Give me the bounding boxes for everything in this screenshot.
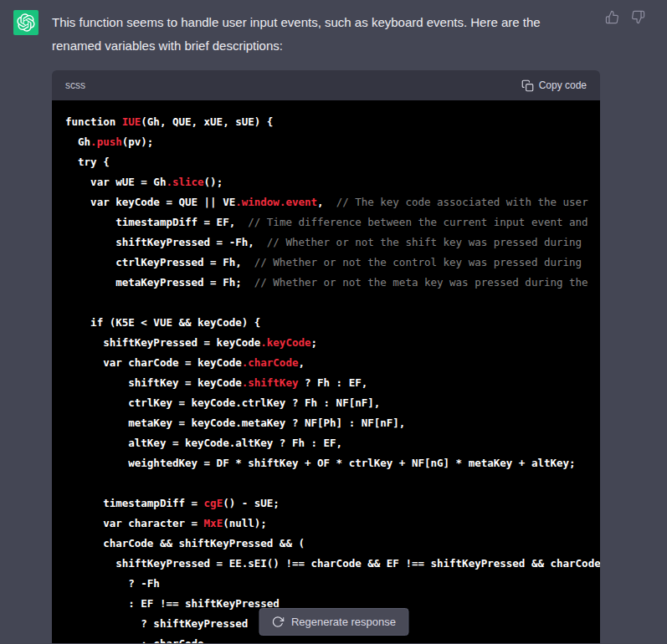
thumbs-up-button[interactable] xyxy=(605,10,619,24)
code-line: shiftKey = keyCode.shiftKey ? Fh : EF, xyxy=(65,373,587,393)
code-line: var wUE = Gh.slice(); xyxy=(65,172,587,192)
code-line: metaKey = keyCode.metaKey ? NF[Ph] : NF[… xyxy=(65,413,587,433)
assistant-message-content: This function seems to handle user input… xyxy=(52,10,600,643)
code-block-header: scss Copy code xyxy=(52,70,600,100)
code-line: metaKeyPressed = Fh; // Whether or not t… xyxy=(65,273,587,293)
code-line: ? -Fh xyxy=(65,574,587,594)
assistant-message-text: This function seems to handle user input… xyxy=(52,11,600,58)
code-line: shiftKeyPressed = EE.sEI() !== charCode … xyxy=(65,554,587,574)
assistant-message-row: This function seems to handle user input… xyxy=(0,0,667,644)
code-language-label: scss xyxy=(65,79,85,91)
feedback-controls xyxy=(605,10,645,24)
code-line: charCode && shiftKeyPressed && ( xyxy=(65,534,587,554)
code-line: try { xyxy=(65,152,587,172)
message-line: This function seems to handle user input… xyxy=(52,11,600,34)
openai-logo-icon xyxy=(17,13,35,32)
thumbs-down-button[interactable] xyxy=(631,10,645,24)
code-line: var charCode = keyCode.charCode, xyxy=(65,353,587,373)
code-line: if (K5E < VUE && keyCode) { xyxy=(65,313,587,333)
code-line: ctrlKeyPressed = Fh, // Whether or not t… xyxy=(65,253,587,273)
code-line: timestampDiff = EF, // Time difference b… xyxy=(65,212,587,233)
code-line: function IUE(Gh, QUE, xUE, sUE) { xyxy=(65,112,587,132)
message-line: renamed variables with brief description… xyxy=(52,34,600,58)
copy-code-button[interactable]: Copy code xyxy=(521,79,587,92)
code-line: Gh.push(pv); xyxy=(65,132,587,152)
code-line: weightedKey = DF * shiftKey + OF * ctrlK… xyxy=(65,453,587,473)
code-line: var keyCode = QUE || VE.window.event, //… xyxy=(65,192,587,212)
code-line xyxy=(65,293,587,313)
code-block: scss Copy code function IUE(Gh, QUE, xUE… xyxy=(52,70,600,643)
clipboard-icon xyxy=(521,79,534,92)
code-content: function IUE(Gh, QUE, xUE, sUE) { Gh.pus… xyxy=(52,100,600,643)
code-line: altKey = keyCode.altKey ? Fh : EF, xyxy=(65,433,587,453)
code-line: shiftKeyPressed = -Fh, // Whether or not… xyxy=(65,233,587,253)
code-line xyxy=(65,473,587,493)
code-line: shiftKeyPressed = keyCode.keyCode; xyxy=(65,333,587,353)
code-line: var character = MxE(null); xyxy=(65,514,587,534)
copy-code-label: Copy code xyxy=(539,79,587,91)
assistant-avatar xyxy=(13,10,38,35)
thumbs-up-icon xyxy=(605,10,619,24)
thumbs-down-icon xyxy=(631,10,645,24)
regenerate-response-label: Regenerate response xyxy=(291,616,396,628)
code-line: timestampDiff = cgE() - sUE; xyxy=(65,493,587,514)
refresh-icon xyxy=(271,616,284,628)
regenerate-response-button[interactable]: Regenerate response xyxy=(259,608,408,636)
code-line: ctrlKey = keyCode.ctrlKey ? Fh : NF[nF], xyxy=(65,393,587,413)
